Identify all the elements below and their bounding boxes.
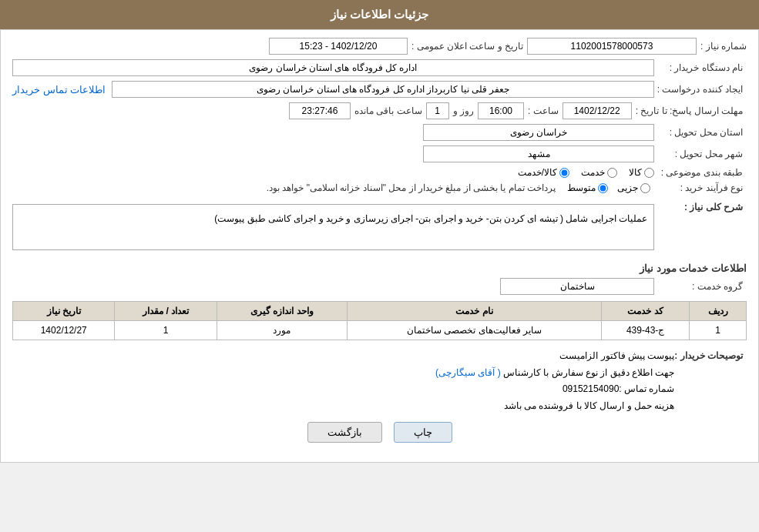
service-table: ردیف کد خدمت نام خدمت واحد اندازه گیری ت… xyxy=(12,301,747,340)
buyer-notes-line4: هزینه حمل و ارسال کالا با فروشنده می باش… xyxy=(12,398,674,415)
buyer-notes-line1: پیوست پیش فاکتور الزامیست xyxy=(12,348,674,365)
process-partial-option[interactable]: جزیی xyxy=(617,182,650,193)
process-medium-label: متوسط xyxy=(567,182,596,193)
send-time-label: ساعت : xyxy=(528,105,559,116)
public-announce-value: 1402/12/20 - 15:23 xyxy=(269,38,408,55)
send-remaining: 23:27:46 xyxy=(289,102,351,119)
send-remaining-label: ساعت باقی مانده xyxy=(354,105,422,116)
buyer-org-label: نام دستگاه خریدار : xyxy=(654,62,747,73)
creator-label: ایجاد کننده درخواست : xyxy=(654,84,747,95)
table-row: 1ج-43-439سایر فعالیت‌های تخصصی ساختمانمو… xyxy=(13,321,747,340)
table-header-service-name: نام خدمت xyxy=(348,302,602,321)
send-date: 1402/12/22 xyxy=(563,102,632,119)
buyer-notes-link[interactable]: ( آقای سیگارچی) xyxy=(435,367,501,378)
need-number-label: شماره نیاز : xyxy=(700,41,747,52)
print-button[interactable]: چاپ xyxy=(394,422,452,443)
service-info-title: اطلاعات خدمات مورد نیاز xyxy=(12,263,747,274)
delivery-city-value: مشهد xyxy=(423,146,654,162)
category-goods-option[interactable]: کالا xyxy=(629,167,654,178)
table-header-row-num: ردیف xyxy=(690,302,747,321)
buttons-row: چاپ بازگشت xyxy=(12,422,747,454)
public-announce-label: تاریخ و ساعت اعلان عمومی : xyxy=(411,41,523,52)
table-header-unit: واحد اندازه گیری xyxy=(217,302,348,321)
buyer-notes: توصیحات خریدار : پیوست پیش فاکتور الزامی… xyxy=(12,348,747,414)
process-partial-label: جزیی xyxy=(617,182,638,193)
buyer-org-value: اداره کل فرودگاه های استان خراسان رضوی xyxy=(12,59,654,76)
buyer-notes-line2: جهت اطلاع دقیق از نوع سفارش با کارشناس (… xyxy=(12,365,674,382)
buyer-notes-content: پیوست پیش فاکتور الزامیست جهت اطلاع دقیق… xyxy=(12,348,674,414)
page-header: جزئیات اطلاعات نیاز xyxy=(0,0,759,29)
send-time: 16:00 xyxy=(478,102,524,119)
table-header-service-code: کد خدمت xyxy=(602,302,690,321)
process-radio-group: جزیی متوسط xyxy=(567,182,650,193)
description-label: شرح کلی نیاز : xyxy=(654,198,747,212)
process-label: نوع فرآیند خرید : xyxy=(654,182,747,193)
category-service-option[interactable]: خدمت xyxy=(581,167,617,178)
page-title: جزئیات اطلاعات نیاز xyxy=(331,8,428,21)
back-button[interactable]: بازگشت xyxy=(307,422,382,443)
process-medium-radio[interactable] xyxy=(598,183,608,193)
category-service-label: خدمت xyxy=(581,167,605,178)
category-label: طبقه بندی موضوعی : xyxy=(654,167,747,178)
category-goods-service-option[interactable]: کالا/خدمت xyxy=(518,167,569,178)
category-goods-service-radio[interactable] xyxy=(559,168,569,178)
category-service-radio[interactable] xyxy=(607,168,617,178)
send-days: 1 xyxy=(426,102,449,119)
table-header-date: تاریخ نیاز xyxy=(13,302,115,321)
service-group-label: گروه خدمت : xyxy=(654,281,747,292)
need-number-value: 1102001578000573 xyxy=(527,38,697,55)
buyer-notes-label: توصیحات خریدار : xyxy=(674,348,747,361)
delivery-city-label: شهر محل تحویل : xyxy=(654,149,747,159)
category-radio-group: کالا خدمت کالا/خدمت xyxy=(518,167,654,178)
service-group-value: ساختمان xyxy=(500,278,654,295)
contact-link[interactable]: اطلاعات تماس خریدار xyxy=(12,84,106,95)
description-value: عملیات اجرایی شامل ( تیشه ای کردن بتن- خ… xyxy=(12,204,654,250)
process-note: پرداخت تمام یا بخشی از مبلغ خریدار از مح… xyxy=(267,182,556,193)
creator-value: جعفر قلی نیا کاربرداز اداره کل فرودگاه ه… xyxy=(112,81,654,98)
buyer-notes-line3: شماره تماس :09152154090 xyxy=(12,381,674,398)
process-medium-option[interactable]: متوسط xyxy=(567,182,608,193)
delivery-province-label: استان محل تحویل : xyxy=(654,127,747,138)
send-deadline-label: مهلت ارسال پاسخ: تا تاریخ : xyxy=(636,105,747,116)
category-goods-radio[interactable] xyxy=(644,168,654,178)
category-goods-service-label: کالا/خدمت xyxy=(518,167,557,178)
table-header-quantity: تعداد / مقدار xyxy=(115,302,217,321)
delivery-province-value: خراسان رضوی xyxy=(423,124,654,141)
process-partial-radio[interactable] xyxy=(640,183,650,193)
category-goods-label: کالا xyxy=(629,167,642,178)
send-day-label: روز و xyxy=(453,105,474,116)
